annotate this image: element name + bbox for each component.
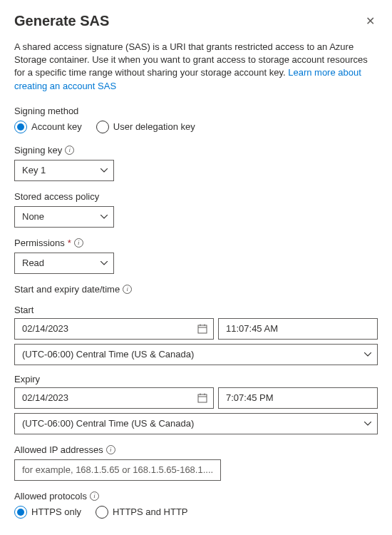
chevron-down-icon <box>100 260 108 267</box>
svg-rect-4 <box>198 394 207 402</box>
info-icon: i <box>123 285 132 294</box>
calendar-icon <box>197 324 207 334</box>
chevron-down-icon <box>100 213 108 220</box>
signing-method-label: Signing method <box>14 106 378 116</box>
close-button[interactable]: ✕ <box>363 13 378 29</box>
start-date-input[interactable]: 02/14/2023 <box>14 318 214 340</box>
radio-unchecked-icon <box>96 121 109 133</box>
chevron-down-icon <box>364 351 371 358</box>
expiry-time-input[interactable]: 7:07:45 PM <box>218 387 378 409</box>
expiry-date-input[interactable]: 02/14/2023 <box>14 387 214 409</box>
start-timezone-select[interactable]: (UTC-06:00) Central Time (US & Canada) <box>14 344 378 365</box>
date-value: 02/14/2023 <box>22 392 68 403</box>
allowed-protocols-label: Allowed protocols <box>14 491 87 501</box>
allowed-ip-label: Allowed IP addresses <box>14 444 103 455</box>
allowed-ip-input[interactable] <box>14 459 221 481</box>
signing-method-user-delegation[interactable]: User delegation key <box>96 121 195 133</box>
expiry-timezone-select[interactable]: (UTC-06:00) Central Time (US & Canada) <box>14 413 378 434</box>
stored-policy-select[interactable]: None <box>14 206 114 228</box>
start-time-input[interactable]: 11:07:45 AM <box>218 318 378 340</box>
select-value: (UTC-06:00) Central Time (US & Canada) <box>22 349 194 360</box>
calendar-icon <box>197 393 207 403</box>
permissions-label: Permissions <box>14 238 65 248</box>
chevron-down-icon <box>100 167 108 174</box>
svg-rect-0 <box>198 325 207 333</box>
radio-checked-icon <box>14 121 27 133</box>
protocol-https-and-http[interactable]: HTTPS and HTTP <box>96 506 187 519</box>
select-value: Key 1 <box>22 165 46 175</box>
radio-label: Account key <box>31 121 82 132</box>
signing-method-account-key[interactable]: Account key <box>14 121 82 133</box>
start-label: Start <box>14 305 378 315</box>
radio-checked-icon <box>14 506 27 519</box>
radio-label: User delegation key <box>113 121 195 132</box>
info-icon: i <box>90 491 99 501</box>
select-value: Read <box>22 258 44 268</box>
expiry-label: Expiry <box>14 374 378 384</box>
time-value: 7:07:45 PM <box>226 392 274 403</box>
close-icon: ✕ <box>366 15 375 27</box>
info-icon: i <box>106 445 115 454</box>
info-icon: i <box>65 146 74 155</box>
radio-unchecked-icon <box>96 506 108 519</box>
radio-label: HTTPS and HTTP <box>113 506 187 517</box>
datetime-header: Start and expiry date/time <box>14 284 120 295</box>
stored-policy-label: Stored access policy <box>14 191 378 202</box>
chevron-down-icon <box>364 420 371 427</box>
signing-key-label: Signing key <box>14 145 62 156</box>
signing-key-select[interactable]: Key 1 <box>14 160 114 181</box>
permissions-select[interactable]: Read <box>14 253 114 274</box>
description: A shared access signature (SAS) is a URI… <box>14 41 378 93</box>
select-value: None <box>22 211 44 222</box>
select-value: (UTC-06:00) Central Time (US & Canada) <box>22 418 194 429</box>
info-icon: i <box>74 238 83 248</box>
required-asterisk: * <box>68 238 71 248</box>
radio-label: HTTPS only <box>31 506 81 517</box>
protocol-https-only[interactable]: HTTPS only <box>14 506 81 519</box>
date-value: 02/14/2023 <box>22 323 68 334</box>
page-title: Generate SAS <box>14 13 109 29</box>
time-value: 11:07:45 AM <box>226 323 278 334</box>
